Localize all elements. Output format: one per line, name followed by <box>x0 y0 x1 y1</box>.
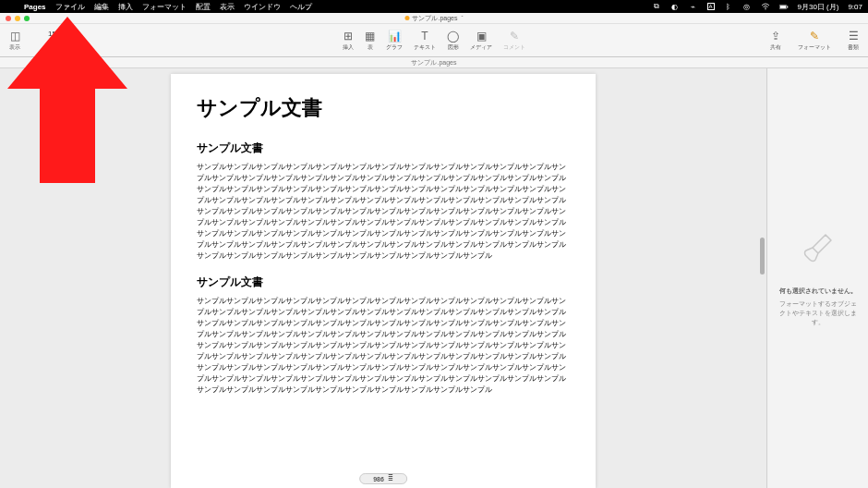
svg-rect-2 <box>779 6 785 8</box>
shape-label: 図形 <box>448 43 459 52</box>
document-button[interactable]: ☰書類 <box>848 30 859 52</box>
share-button[interactable]: ⇪共有 <box>770 30 781 52</box>
shape-button[interactable]: ◯図形 <box>447 30 459 52</box>
document-tab[interactable]: サンプル.pages <box>0 57 868 68</box>
table-button[interactable]: ▦表 <box>365 30 375 52</box>
table-label: 表 <box>368 43 373 52</box>
format-button[interactable]: ✎フォーマット <box>798 30 831 52</box>
section-heading-1[interactable]: サンプル文書 <box>197 140 570 156</box>
sidebar-icon: ◫ <box>10 30 20 43</box>
media-button[interactable]: ▣メディア <box>470 30 492 52</box>
zoom-value: 150% <box>48 30 66 38</box>
vertical-scrollbar[interactable] <box>759 74 766 482</box>
svg-rect-3 <box>787 6 788 7</box>
svg-point-0 <box>765 9 766 10</box>
apple-icon[interactable] <box>6 2 15 11</box>
section-body-2[interactable]: サンプルサンプルサンプルサンプルサンプルサンプルサンプルサンプルサンプルサンプル… <box>197 296 570 396</box>
chevron-down-icon[interactable]: ˅ <box>461 15 464 21</box>
format-label: フォーマット <box>798 43 831 52</box>
menu-view[interactable]: 表示 <box>220 2 235 12</box>
section-heading-2[interactable]: サンプル文書 <box>197 274 570 290</box>
canvas[interactable]: サンプル文書 サンプル文書 サンプルサンプルサンプルサンプルサンプルサンプルサン… <box>0 68 766 488</box>
brush-icon <box>800 229 837 274</box>
media-label: メディア <box>470 43 492 52</box>
insert-button[interactable]: ⊞挿入 <box>343 30 354 52</box>
toolbar-center-group: ⊞挿入 ▦表 📊グラフ Tテキスト ◯図形 ▣メディア ✎コメント <box>343 30 525 52</box>
battery-icon[interactable] <box>779 2 789 11</box>
word-count-value: 986 <box>373 476 384 482</box>
list-icon: ≣ <box>388 475 393 482</box>
status-icon-1[interactable]: ⧉ <box>652 2 661 11</box>
document-icon: ☰ <box>849 30 859 43</box>
menubar-time[interactable]: 9:07 <box>848 3 862 11</box>
zoom-control[interactable]: 150%˅ 拡大/縮小 <box>48 30 72 46</box>
insert-icon: ⊞ <box>344 30 353 43</box>
scroll-thumb[interactable] <box>760 238 765 274</box>
zoom-label: 拡大/縮小 <box>48 38 72 46</box>
menu-format[interactable]: フォーマット <box>142 2 187 12</box>
share-icon: ⇪ <box>771 30 780 43</box>
share-label: 共有 <box>770 43 781 52</box>
text-icon: T <box>421 30 428 43</box>
format-sidebar: 何も選択されていません。 フォーマットするオブジェクトやテキストを選択します。 <box>766 68 868 488</box>
text-label: テキスト <box>414 43 436 52</box>
menu-window[interactable]: ウインドウ <box>244 2 281 12</box>
window-close-button[interactable] <box>6 16 11 21</box>
window-zoom-button[interactable] <box>24 16 30 21</box>
menu-insert[interactable]: 挿入 <box>118 2 133 12</box>
page[interactable]: サンプル文書 サンプル文書 サンプルサンプルサンプルサンプルサンプルサンプルサン… <box>171 74 596 488</box>
menu-arrange[interactable]: 配置 <box>196 2 211 12</box>
chart-label: グラフ <box>386 43 403 52</box>
comment-button[interactable]: ✎コメント <box>503 30 525 52</box>
shape-icon: ◯ <box>447 30 459 43</box>
window-title[interactable]: サンプル.pages <box>412 14 457 23</box>
table-icon: ▦ <box>365 30 375 43</box>
section-body-1[interactable]: サンプルサンプルサンプルサンプルサンプルサンプルサンプルサンプルサンプルサンプル… <box>197 162 570 262</box>
view-button[interactable]: ◫ 表示 <box>9 30 20 52</box>
word-count-pill[interactable]: 986 ≣ <box>359 473 407 484</box>
menubar-date[interactable]: 9月30日 (月) <box>798 2 839 12</box>
menu-file[interactable]: ファイル <box>55 2 85 12</box>
wifi-icon[interactable] <box>761 2 770 11</box>
status-icon-4[interactable]: ◎ <box>742 2 752 11</box>
menubar-app-name[interactable]: Pages <box>24 3 46 11</box>
bluetooth-icon[interactable]: ᛒ <box>724 2 733 11</box>
comment-label: コメント <box>503 43 525 52</box>
view-label: 表示 <box>9 43 20 52</box>
brush-icon: ✎ <box>810 30 819 43</box>
toolbar: ◫ 表示 150%˅ 拡大/縮小 ⊞挿入 ▦表 📊グラフ Tテキスト ◯図形 ▣… <box>0 24 868 57</box>
media-icon: ▣ <box>476 30 487 43</box>
menu-edit[interactable]: 編集 <box>94 2 109 12</box>
sidebar-empty-title: 何も選択されていません。 <box>777 287 859 296</box>
chart-button[interactable]: 📊グラフ <box>386 30 403 52</box>
window-minimize-button[interactable] <box>15 16 20 21</box>
status-icon-2[interactable]: ◐ <box>670 2 680 11</box>
comment-icon: ✎ <box>510 30 519 43</box>
sidebar-empty-body: フォーマットするオブジェクトやテキストを選択します。 <box>777 299 859 326</box>
mac-menubar: Pages ファイル 編集 挿入 フォーマット 配置 表示 ウインドウ ヘルプ … <box>0 0 868 13</box>
window-titlebar: サンプル.pages ˅ <box>0 13 868 24</box>
status-icon-3[interactable]: ⌁ <box>689 2 698 11</box>
menu-help[interactable]: ヘルプ <box>290 2 312 12</box>
chevron-down-icon: ˅ <box>69 30 72 37</box>
insert-label: 挿入 <box>343 43 354 52</box>
doc-title[interactable]: サンプル文書 <box>197 94 570 122</box>
chart-icon: 📊 <box>388 30 402 43</box>
document-proxy-icon[interactable] <box>404 16 409 20</box>
document-label: 書類 <box>848 43 859 52</box>
input-icon[interactable]: A <box>707 3 715 10</box>
text-button[interactable]: Tテキスト <box>414 30 436 52</box>
